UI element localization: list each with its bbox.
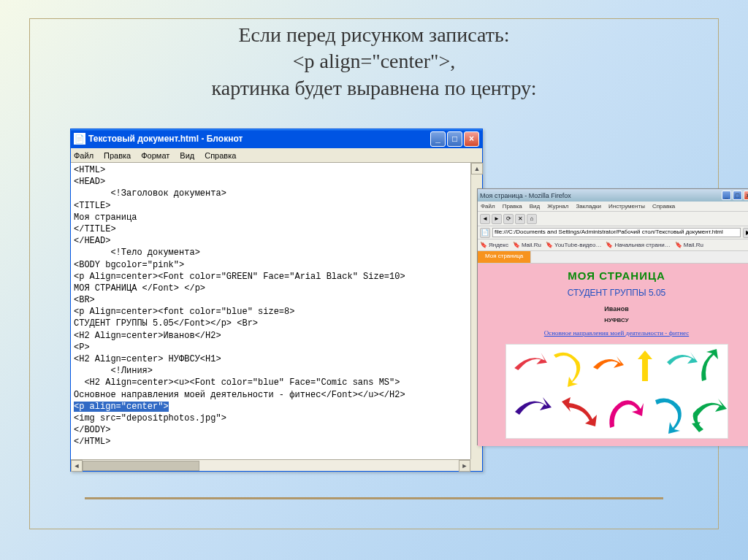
reload-icon[interactable]: ⟳ [503,214,514,224]
back-icon[interactable]: ◄ [480,214,490,224]
scroll-left-icon[interactable]: ◄ [71,460,83,472]
editor-area[interactable]: <HTML> <HEAD> <!Заголовок документа> <TI… [71,163,482,453]
page-subtitle: СТУДЕНТ ГРУППЫ 5.05 [478,288,748,298]
browser-tabstrip: Моя страница [478,251,748,264]
browser-maximize-button[interactable]: □ [733,191,742,200]
menu-format[interactable]: Формат [141,151,169,160]
page-heading: МОЯ СТРАНИЦА [478,269,748,282]
notepad-titlebar[interactable]: 📄 Текстовый документ.html - Блокнот _ □ … [71,129,482,148]
scrollbar-horizontal[interactable]: ◄ ► [71,459,470,471]
home-icon[interactable]: ⌂ [527,214,537,224]
bookmark-item[interactable]: 🔖YouTube-видео… [546,242,601,248]
slide-accent-line [85,497,663,499]
stop-icon[interactable]: ✕ [515,214,525,224]
notepad-icon: 📄 [74,133,85,145]
menu-help[interactable]: Справка [205,151,236,160]
browser-title-text: Моя страница - Mozilla Firefox [480,192,571,199]
scroll-right-icon[interactable]: ► [459,460,470,472]
page-uni: НУФВСУ [478,317,748,323]
forward-icon[interactable]: ► [492,214,502,224]
menu-edit[interactable]: Правка [104,151,131,160]
go-icon[interactable]: ▶ [743,228,748,238]
browser-addressbar: 📄 file:///C:/Documents and Settings/Admi… [478,226,748,239]
page-icon: 📄 [480,228,490,238]
browser-toolbar: ◄ ► ⟳ ✕ ⌂ [478,212,748,226]
browser-minimize-button[interactable]: _ [722,191,731,200]
browser-window: Моя страница - Mozilla Firefox _ □ × Фай… [477,188,748,445]
browser-titlebar[interactable]: Моя страница - Mozilla Firefox _ □ × [478,189,748,202]
br-menu-view[interactable]: Вид [530,203,540,210]
menu-file[interactable]: Файл [74,151,94,160]
close-button[interactable]: × [464,131,479,147]
page-activity: Основное направления моей деятельности -… [478,329,748,337]
menu-view[interactable]: Вид [180,151,194,160]
br-menu-history[interactable]: Журнал [547,203,568,210]
scroll-thumb[interactable] [83,461,199,471]
title-line-1: Если перед рисунком записать: [37,22,711,48]
bookmark-item[interactable]: 🔖Mail.Ru [513,242,541,248]
br-menu-bookmarks[interactable]: Закладки [576,203,601,210]
rendered-page: МОЯ СТРАНИЦА СТУДЕНТ ГРУППЫ 5.05 Иванов … [478,264,748,446]
bookmark-item[interactable]: 🔖Яндекс [480,242,508,248]
bookmarks-bar: 🔖Яндекс 🔖Mail.Ru 🔖YouTube-видео… 🔖Началь… [478,239,748,251]
notepad-menubar: Файл Правка Формат Вид Справка [71,148,482,163]
notepad-title-text: Текстовый документ.html - Блокнот [88,134,243,144]
br-menu-file[interactable]: Файл [481,203,495,210]
scroll-up-icon[interactable]: ▲ [471,163,483,174]
browser-close-button[interactable]: × [744,191,748,200]
title-line-2: <p align="center">, [37,48,711,74]
bookmark-item[interactable]: 🔖Mail.Ru [675,242,703,248]
scroll-corner [470,459,482,471]
br-menu-edit[interactable]: Правка [503,203,522,210]
title-line-3: картинка будет выравнена по центру: [37,75,711,101]
embedded-image [505,344,728,439]
bookmark-item[interactable]: 🔖Начальная страни… [606,242,670,248]
scroll-track[interactable] [83,460,459,471]
browser-menubar: Файл Правка Вид Журнал Закладки Инструме… [478,202,748,212]
minimize-button[interactable]: _ [430,131,446,147]
br-menu-help[interactable]: Справка [652,203,675,210]
maximize-button[interactable]: □ [447,131,462,147]
notepad-window: 📄 Текстовый документ.html - Блокнот _ □ … [70,129,483,472]
slide-frame: Если перед рисунком записать: <p align="… [29,18,719,529]
browser-tab[interactable]: Моя страница [478,251,531,263]
page-name: Иванов [478,305,748,312]
address-input[interactable]: file:///C:/Documents and Settings/Admini… [492,228,741,237]
br-menu-tools[interactable]: Инструменты [608,203,645,210]
slide-title: Если перед рисунком записать: <p align="… [30,19,718,109]
